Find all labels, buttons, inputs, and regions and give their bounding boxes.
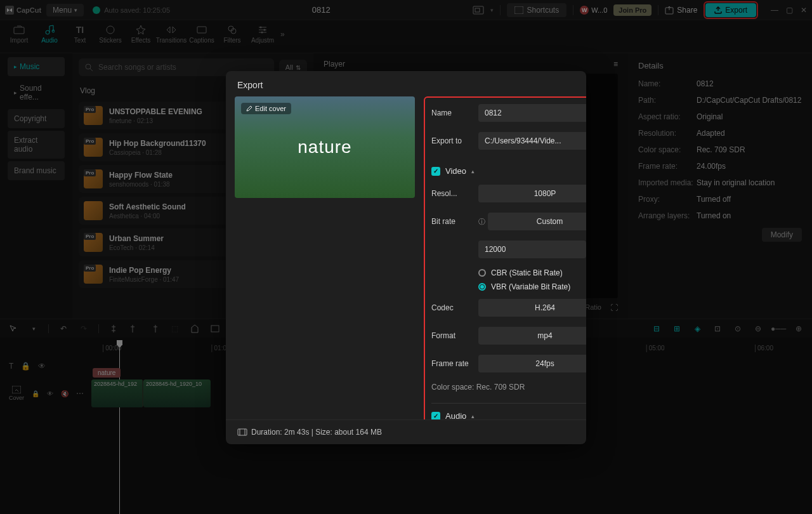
form-highlight: Name Export to ✓ Video ▴ Resol... <box>424 96 586 419</box>
duration-text: Duration: 2m 43s | Size: about 164 MB <box>237 428 575 437</box>
cover-preview: Edit cover nature <box>235 96 415 198</box>
bitrate-value: Custom <box>537 217 563 226</box>
audio-section-header[interactable]: ✓ Audio ▴ <box>431 411 586 419</box>
cbr-radio-row[interactable]: CBR (Static Bit Rate) <box>431 268 586 277</box>
cbr-label: CBR (Static Bit Rate) <box>491 268 563 277</box>
codec-value: H.264 <box>535 303 555 312</box>
colorspace-text: Color space: Rec. 709 SDR <box>431 383 586 392</box>
audio-section-label: Audio <box>445 411 466 419</box>
duration-label: Duration: 2m 43s | Size: about 164 MB <box>251 428 382 437</box>
cover-text: nature <box>298 137 351 157</box>
modal-footer: Duration: 2m 43s | Size: about 164 MB <box>226 419 586 444</box>
audio-checkbox[interactable]: ✓ <box>431 412 440 420</box>
vbr-label: VBR (Variable Bit Rate) <box>491 282 570 291</box>
vbr-radio[interactable] <box>478 283 486 291</box>
framerate-value: 24fps <box>535 359 554 368</box>
exportto-label: Export to <box>431 136 476 145</box>
video-section-label: Video <box>445 166 466 176</box>
pencil-icon <box>246 105 252 112</box>
edit-cover-button[interactable]: Edit cover <box>241 103 291 114</box>
edit-cover-label: Edit cover <box>255 105 286 112</box>
codec-label: Codec <box>431 303 476 312</box>
form-column: Name Export to ✓ Video ▴ Resol... <box>424 96 586 419</box>
framerate-label: Frame rate <box>431 359 476 368</box>
format-value: mp4 <box>537 331 552 340</box>
bitrate-number-input[interactable] <box>478 241 586 258</box>
resolution-value: 1080P <box>534 189 556 198</box>
info-icon[interactable]: ⓘ <box>478 217 485 227</box>
svg-rect-18 <box>238 429 247 435</box>
name-input[interactable] <box>478 104 586 122</box>
bitrate-dropdown[interactable]: Custom <box>488 213 586 230</box>
divider <box>431 403 586 404</box>
framerate-dropdown[interactable]: 24fps <box>478 355 586 372</box>
resolution-dropdown[interactable]: 1080P <box>478 185 586 202</box>
collapse-icon[interactable]: ▴ <box>471 168 475 175</box>
collapse-icon[interactable]: ▴ <box>471 413 475 419</box>
cbr-radio[interactable] <box>478 269 486 277</box>
video-checkbox[interactable]: ✓ <box>431 167 440 176</box>
resolution-label: Resol... <box>431 189 476 198</box>
exportto-input[interactable] <box>478 132 586 150</box>
vbr-radio-row[interactable]: VBR (Variable Bit Rate) <box>431 282 586 291</box>
video-section-header[interactable]: ✓ Video ▴ <box>431 166 586 176</box>
bitrate-label: Bit rate <box>431 217 476 226</box>
modal-title: Export <box>226 71 586 96</box>
form-scroll[interactable]: ✓ Video ▴ Resol... 1080P Bit rate ⓘ Cust… <box>431 160 586 419</box>
format-label: Format <box>431 331 476 340</box>
cover-column: Edit cover nature <box>235 96 415 419</box>
film-icon <box>237 428 247 436</box>
name-label: Name <box>431 109 476 117</box>
codec-dropdown[interactable]: H.264 <box>478 299 586 317</box>
format-dropdown[interactable]: mp4 <box>478 327 586 345</box>
export-modal: Export Edit cover nature Name Export to <box>226 71 586 444</box>
